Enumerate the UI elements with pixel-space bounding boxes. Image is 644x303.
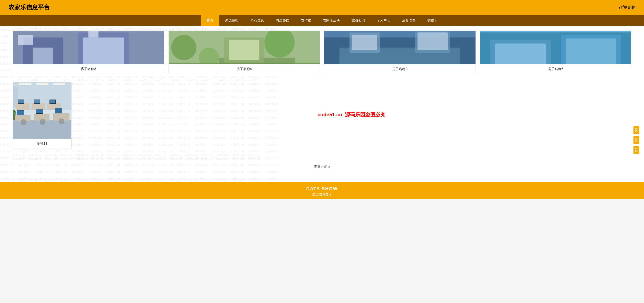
- svg-rect-8: [88, 31, 98, 37]
- data-show-subtitle: 景点信息显示: [0, 192, 644, 197]
- svg-point-61: [58, 118, 64, 124]
- card-name-4: 房子名称4: [169, 64, 320, 74]
- cards-row-1: 房子名称3: [13, 30, 631, 74]
- svg-rect-47: [34, 100, 40, 103]
- svg-rect-40: [16, 103, 30, 110]
- nav-item-accommodation[interactable]: 周边住宿: [219, 15, 244, 26]
- card-image-3: [13, 31, 164, 64]
- main-nav: 首页 周边住宿 景点信息 周边餐饮 农作物 农家乐活动 旅游咨询 个人中心 后台…: [0, 15, 644, 26]
- welcome-text: 欢迎光临: [619, 5, 636, 10]
- header: 农家乐信息平台 欢迎光临: [0, 0, 644, 15]
- svg-rect-7: [18, 35, 33, 45]
- svg-point-59: [21, 119, 26, 125]
- svg-rect-32: [566, 38, 616, 64]
- nav-item-scenic[interactable]: 景点信息: [244, 15, 270, 26]
- svg-rect-5: [84, 37, 124, 64]
- nav-item-admin[interactable]: 后台管理: [396, 15, 422, 26]
- nav-item-personal[interactable]: 个人中心: [371, 15, 396, 26]
- main-content: code51.cn code51.cn code51.cn code51.cn …: [0, 26, 644, 182]
- co-badge-3[interactable]: CO: [634, 146, 639, 154]
- svg-rect-56: [17, 110, 24, 115]
- right-sidebar: CO CO CO: [634, 126, 644, 156]
- data-show-title: DATA SHOW: [0, 186, 644, 192]
- card-image-4: [169, 31, 320, 64]
- svg-rect-58: [55, 108, 62, 113]
- card-name-test11: 测试11: [13, 139, 72, 149]
- nav-item-home[interactable]: 首页: [201, 15, 219, 26]
- svg-rect-3: [33, 47, 53, 64]
- svg-rect-15: [169, 63, 320, 64]
- card-name-3: 房子名称3: [13, 64, 164, 74]
- card-name-5: 房子名称5: [324, 64, 476, 74]
- svg-rect-36: [19, 83, 32, 85]
- card-image-6: [480, 31, 631, 64]
- svg-rect-25: [418, 32, 448, 50]
- svg-point-11: [171, 35, 196, 60]
- svg-rect-31: [495, 43, 546, 64]
- svg-rect-38: [53, 83, 65, 85]
- svg-rect-19: [324, 31, 476, 37]
- svg-rect-24: [352, 35, 378, 50]
- nav-item-dining[interactable]: 周边餐饮: [270, 15, 295, 26]
- view-more-container: 查看更多 »: [0, 163, 644, 171]
- property-card-3[interactable]: 房子名称3: [13, 30, 164, 74]
- svg-rect-37: [36, 83, 48, 85]
- svg-rect-46: [18, 100, 24, 103]
- co-badge-1[interactable]: CO: [634, 126, 639, 134]
- nav-item-cart[interactable]: 购物车: [422, 15, 443, 26]
- property-card-test11[interactable]: 测试11: [13, 82, 72, 149]
- nav-item-crops[interactable]: 农作物: [295, 15, 317, 26]
- card-name-6: 房子名称6: [480, 64, 631, 74]
- co-badge-2[interactable]: CO: [634, 136, 639, 144]
- site-title: 农家乐信息平台: [8, 3, 50, 11]
- watermark-notice: code51.cn–源码乐园盗图必究: [318, 111, 386, 118]
- svg-rect-41: [32, 103, 45, 110]
- property-card-5[interactable]: 房子名称5: [324, 30, 476, 74]
- nav-item-tourism[interactable]: 旅游咨询: [346, 15, 371, 26]
- svg-rect-27: [480, 31, 631, 32]
- card-image-5: [324, 31, 476, 64]
- card-image-test11: [13, 82, 72, 139]
- view-more-button[interactable]: 查看更多 »: [308, 163, 336, 171]
- property-card-6[interactable]: 房子名称6: [480, 30, 632, 74]
- property-card-4[interactable]: 房子名称4: [168, 30, 320, 74]
- svg-rect-17: [229, 40, 260, 60]
- svg-point-60: [40, 119, 46, 125]
- svg-rect-57: [36, 109, 43, 113]
- data-show-section: DATA SHOW 景点信息显示: [0, 182, 644, 199]
- nav-item-activities[interactable]: 农家乐活动: [317, 15, 346, 26]
- svg-rect-48: [50, 100, 56, 103]
